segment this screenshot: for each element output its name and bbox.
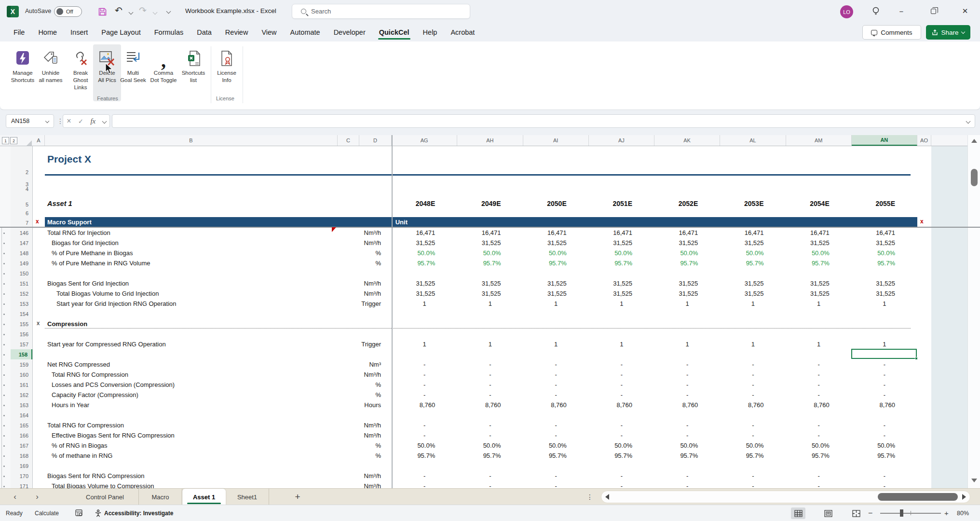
value-cell[interactable]: 8,760: [654, 400, 720, 410]
zoom-level[interactable]: 80%: [957, 510, 969, 517]
vertical-scroll-thumb[interactable]: [971, 169, 978, 186]
value-cell[interactable]: -: [786, 430, 852, 440]
tab-scroll-right-icon[interactable]: ›: [30, 489, 44, 505]
row-header-157[interactable]: 157: [11, 339, 32, 349]
menu-tab-quickcel[interactable]: QuickCel: [372, 24, 416, 41]
value-cell[interactable]: 50.0%: [589, 248, 654, 258]
row-header-166[interactable]: 166: [11, 430, 32, 440]
value-cell[interactable]: -: [392, 390, 457, 400]
outline-dot-icon[interactable]: [3, 344, 5, 345]
save-button[interactable]: [96, 6, 108, 17]
expand-formula-bar-icon[interactable]: [966, 119, 971, 123]
value-cell[interactable]: 95.7%: [852, 258, 917, 268]
row-label-cell[interactable]: Biogas for Grid Injection: [52, 238, 119, 248]
outline-dot-icon[interactable]: [3, 486, 5, 487]
value-cell[interactable]: 31,525: [457, 238, 523, 248]
row-header-3[interactable]: 3: [11, 176, 32, 188]
unit-cell[interactable]: %: [338, 258, 381, 268]
outline-dot-icon[interactable]: [3, 364, 5, 366]
row-header-156[interactable]: 156: [11, 329, 32, 339]
value-cell[interactable]: 50.0%: [786, 248, 852, 258]
value-cell[interactable]: 16,471: [589, 228, 654, 238]
row-label-cell[interactable]: Biogas Sent for RNG Compression: [47, 471, 145, 481]
value-cell[interactable]: 16,471: [786, 228, 852, 238]
value-cell[interactable]: 1: [654, 299, 720, 309]
value-cell[interactable]: 95.7%: [720, 258, 786, 268]
name-box[interactable]: AN158: [6, 114, 54, 128]
fill-handle[interactable]: [915, 357, 918, 360]
share-button[interactable]: Share: [926, 25, 970, 40]
value-cell[interactable]: 95.7%: [457, 451, 523, 461]
value-cell[interactable]: -: [457, 390, 523, 400]
value-cell[interactable]: 31,525: [392, 288, 457, 299]
value-cell[interactable]: -: [523, 370, 589, 380]
value-cell[interactable]: 1: [457, 299, 523, 309]
value-cell[interactable]: -: [786, 420, 852, 430]
value-cell[interactable]: -: [786, 481, 852, 488]
scroll-right-icon[interactable]: [962, 494, 966, 500]
value-cell[interactable]: 31,525: [392, 238, 457, 248]
value-cell[interactable]: 31,525: [523, 238, 589, 248]
row-header-167[interactable]: 167: [11, 440, 32, 451]
unit-cell[interactable]: Nm³/h: [338, 278, 381, 288]
column-header-D[interactable]: D: [359, 135, 392, 146]
value-cell[interactable]: 1: [786, 299, 852, 309]
status-calculate[interactable]: Calculate: [35, 510, 59, 517]
row-label-cell[interactable]: Capacity Factor (Compression): [52, 390, 138, 400]
value-cell[interactable]: 16,471: [457, 228, 523, 238]
normal-view-button[interactable]: [791, 507, 805, 519]
value-cell[interactable]: -: [720, 420, 786, 430]
value-cell[interactable]: 31,525: [654, 288, 720, 299]
row-label-cell[interactable]: Start year for Grid Injection RNG Operat…: [56, 299, 177, 309]
value-cell[interactable]: -: [720, 370, 786, 380]
unit-cell[interactable]: %: [338, 440, 381, 451]
cancel-icon[interactable]: ×: [67, 117, 71, 125]
formula-input[interactable]: [112, 114, 975, 128]
value-cell[interactable]: -: [523, 420, 589, 430]
value-cell[interactable]: 95.7%: [852, 451, 917, 461]
value-cell[interactable]: 95.7%: [720, 451, 786, 461]
unit-cell[interactable]: Nm³/h: [338, 238, 381, 248]
row-label-cell[interactable]: Start year for Compressed RNG Operation: [47, 339, 166, 349]
macro-support-right-x-mark[interactable]: x: [920, 218, 924, 225]
value-cell[interactable]: 16,471: [654, 228, 720, 238]
value-cell[interactable]: -: [523, 390, 589, 400]
menu-tab-page-layout[interactable]: Page Layout: [95, 24, 147, 41]
unit-cell[interactable]: Hours: [338, 400, 381, 410]
row-header-164[interactable]: 164: [11, 410, 32, 420]
page-layout-view-button[interactable]: [821, 507, 835, 519]
value-cell[interactable]: -: [720, 471, 786, 481]
unit-cell[interactable]: Nm³/h: [338, 228, 381, 238]
outline-dot-icon[interactable]: [3, 445, 5, 447]
value-cell[interactable]: -: [392, 420, 457, 430]
row-header-171[interactable]: 171: [11, 481, 32, 488]
value-cell[interactable]: -: [392, 471, 457, 481]
page-break-preview-button[interactable]: [849, 507, 863, 519]
outline-dot-icon[interactable]: [3, 354, 5, 356]
value-cell[interactable]: 50.0%: [720, 248, 786, 258]
value-cell[interactable]: 1: [720, 339, 786, 349]
value-cell[interactable]: 8,760: [457, 400, 523, 410]
row-header-165[interactable]: 165: [11, 420, 32, 430]
value-cell[interactable]: 31,525: [523, 288, 589, 299]
value-cell[interactable]: 50.0%: [392, 440, 457, 451]
value-cell[interactable]: 8,760: [392, 400, 457, 410]
outline-dot-icon[interactable]: [3, 415, 5, 416]
unit-cell[interactable]: %: [338, 390, 381, 400]
accessibility-status[interactable]: Accessibility: Investigate: [104, 510, 173, 517]
value-cell[interactable]: 95.7%: [457, 258, 523, 268]
value-cell[interactable]: 8,760: [589, 400, 654, 410]
selected-cell-outline[interactable]: [851, 349, 917, 359]
row-header-155[interactable]: 155: [11, 319, 32, 329]
sheet-tab-macro[interactable]: Macro: [139, 489, 182, 505]
accessibility-icon[interactable]: [95, 509, 102, 519]
column-header-AI[interactable]: AI: [523, 135, 589, 146]
value-cell[interactable]: 50.0%: [457, 440, 523, 451]
row-label-cell[interactable]: Total RNG for Compression: [47, 420, 124, 430]
menu-tab-formulas[interactable]: Formulas: [148, 24, 190, 41]
value-cell[interactable]: 1: [720, 299, 786, 309]
unit-cell[interactable]: %: [338, 451, 381, 461]
value-cell[interactable]: 31,525: [852, 278, 917, 288]
value-cell[interactable]: 1: [392, 299, 457, 309]
zoom-out-button[interactable]: −: [868, 509, 872, 518]
